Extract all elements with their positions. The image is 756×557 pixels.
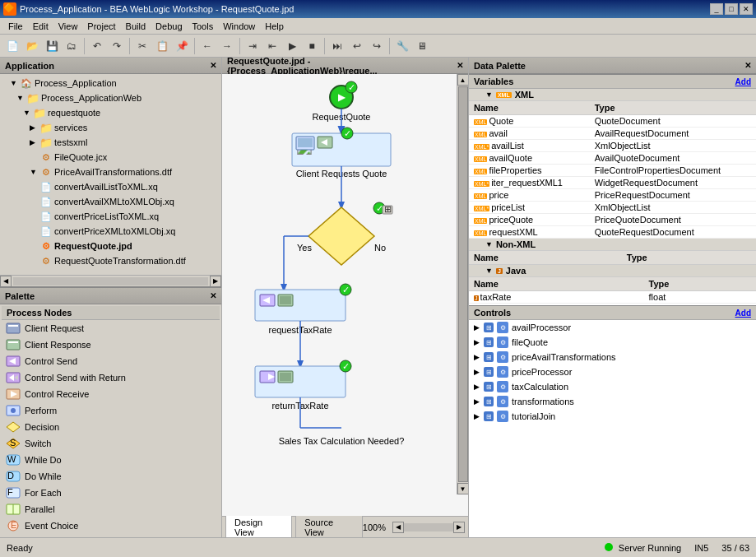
jpd-scroll-left[interactable]: ◀ xyxy=(392,522,404,533)
tree-item-rqjpd[interactable]: ⚙ RequestQuote.jpd xyxy=(2,239,220,253)
palette-item-decision[interactable]: Decision xyxy=(2,419,220,435)
tree-toggle-web[interactable]: ▼ xyxy=(16,94,26,102)
copy-button[interactable]: 📋 xyxy=(153,37,171,55)
jpd-vscroll[interactable]: ▲ ▼ xyxy=(457,74,468,494)
menu-tools[interactable]: Tools xyxy=(188,21,219,32)
redo-button[interactable]: ↷ xyxy=(108,37,126,55)
menu-file[interactable]: File xyxy=(3,21,28,32)
ctrl-expand-icon[interactable]: ▶ xyxy=(474,323,482,332)
controls-item[interactable]: ▶ ⊞ ⚙ fileQuote xyxy=(469,335,756,350)
menu-debug[interactable]: Debug xyxy=(151,21,187,32)
ctrl-expand-icon[interactable]: ▶ xyxy=(474,412,482,420)
menu-window[interactable]: Window xyxy=(218,21,260,32)
palette-item-do-while[interactable]: D Do While xyxy=(2,468,220,485)
tree-item-priceavail[interactable]: ▼ ⚙ PriceAvailTransformations.dtf xyxy=(2,165,220,179)
controls-item[interactable]: ▶ ⊞ ⚙ priceAvailTransformations xyxy=(469,350,756,364)
tree-item-filequote[interactable]: ⚙ FileQuote.jcx xyxy=(2,150,220,165)
save-button[interactable]: 💾 xyxy=(43,37,61,55)
xml-var-row[interactable]: XMLrequestXMLQuoteRequestDocument xyxy=(469,226,756,239)
tree-item-testsxml[interactable]: ▶ 📁 testsxml xyxy=(2,135,220,150)
tree-toggle-root[interactable]: ▼ xyxy=(10,79,20,87)
palette-item-for-each[interactable]: F For Each xyxy=(2,485,220,501)
data-panel-close[interactable]: ✕ xyxy=(744,61,751,70)
step-over[interactable]: ↩ xyxy=(348,37,366,55)
nonxml-expand[interactable]: ▼ xyxy=(485,240,493,248)
server-button[interactable]: 🖥 xyxy=(413,37,431,55)
xml-var-row[interactable]: XMLavailAvailRequestDocument xyxy=(469,128,756,140)
palette-item-client-request[interactable]: Client Request xyxy=(2,320,220,337)
xml-var-row[interactable]: XMLpriceQuotePriceQuoteDocument xyxy=(469,214,756,226)
palette-item-perform[interactable]: Perform xyxy=(2,402,220,419)
step-button[interactable]: ⏭ xyxy=(328,37,346,55)
ctrl-expand-icon[interactable]: ▶ xyxy=(474,383,482,391)
xml-var-row[interactable]: XMLfilePropertiesFileControlPropertiesDo… xyxy=(469,165,756,177)
run-button[interactable]: ▶ xyxy=(283,37,301,55)
java-expand[interactable]: ▼ xyxy=(485,267,493,275)
menu-view[interactable]: View xyxy=(53,21,83,32)
tree-toggle-pa[interactable]: ▼ xyxy=(30,168,39,176)
tree-toggle-rq[interactable]: ▼ xyxy=(23,109,33,117)
forward-button[interactable]: → xyxy=(218,37,236,55)
stop-button[interactable]: ■ xyxy=(303,37,321,55)
cut-button[interactable]: ✂ xyxy=(133,37,151,55)
tree-item-web[interactable]: ▼ 📁 Process_ApplicationWeb xyxy=(2,91,220,105)
controls-item[interactable]: ▶ ⊞ ⚙ taxCalculation xyxy=(469,379,756,394)
palette-item-control-send-return[interactable]: Control Send with Return xyxy=(2,369,220,386)
variables-add-button[interactable]: Add xyxy=(735,77,751,86)
new-button[interactable]: 📄 xyxy=(3,37,21,55)
maximize-button[interactable]: □ xyxy=(725,3,738,15)
xml-var-row[interactable]: XML*iter_requestXML1WidgetRequestDocumen… xyxy=(469,177,756,189)
java-var-row[interactable]: JtaxRatefloat xyxy=(469,291,756,304)
tree-item-conv2[interactable]: 📄 convertAvailXMLtoXMLObj.xq xyxy=(2,194,220,209)
palette-item-switch[interactable]: S Switch xyxy=(2,435,220,452)
save-all-button[interactable]: 🗂 xyxy=(63,37,81,55)
ctrl-expand-icon[interactable]: ▶ xyxy=(474,353,482,361)
xml-expand[interactable]: ▼ xyxy=(485,91,493,99)
vscroll-up[interactable]: ▲ xyxy=(457,74,469,86)
tree-toggle-services[interactable]: ▶ xyxy=(30,123,39,132)
menu-help[interactable]: Help xyxy=(260,21,289,32)
palette-item-parallel[interactable]: Parallel xyxy=(2,501,220,518)
controls-add-button[interactable]: Add xyxy=(735,309,751,318)
ctrl-expand-icon[interactable]: ▶ xyxy=(474,397,482,406)
app-tree[interactable]: ▼ 🏠 Process_Application ▼ 📁 Process_Appl… xyxy=(0,74,221,275)
ctrl-expand-icon[interactable]: ▶ xyxy=(474,338,482,346)
controls-item[interactable]: ▶ ⊞ ⚙ tutorialJoin xyxy=(469,409,756,424)
menu-edit[interactable]: Edit xyxy=(28,21,53,32)
scroll-right[interactable]: ▶ xyxy=(210,276,221,287)
tree-item-requestquote[interactable]: ▼ 📁 requestquote xyxy=(2,105,220,120)
tab-source-view[interactable]: Source View xyxy=(295,515,363,538)
xml-var-row[interactable]: XML*priceListXmlObjectList xyxy=(469,202,756,214)
undo-button[interactable]: ↶ xyxy=(88,37,106,55)
xml-var-row[interactable]: XMLQuoteQuoteDocument xyxy=(469,115,756,128)
open-button[interactable]: 📂 xyxy=(23,37,41,55)
controls-item[interactable]: ▶ ⊞ ⚙ availProcessor xyxy=(469,320,756,335)
palette-item-control-send[interactable]: Control Send xyxy=(2,353,220,369)
palette-close[interactable]: ✕ xyxy=(210,291,216,300)
tree-item-rqtransform[interactable]: ⚙ RequestQuoteTransformation.dtf xyxy=(2,253,220,268)
xml-var-row[interactable]: XMLavailQuoteAvailQuoteDocument xyxy=(469,152,756,165)
scroll-left[interactable]: ◀ xyxy=(0,276,12,287)
back-button[interactable]: ← xyxy=(198,37,216,55)
tree-item-conv3[interactable]: 📄 convertPriceListToXML.xq xyxy=(2,209,220,224)
palette-item-while-do[interactable]: W While Do xyxy=(2,452,220,468)
xml-var-row[interactable]: XML*availListXmlObjectList xyxy=(469,140,756,152)
app-hscroll[interactable]: ◀ ▶ xyxy=(0,275,221,286)
tree-toggle-tests[interactable]: ▶ xyxy=(30,138,39,146)
paste-button[interactable]: 📌 xyxy=(173,37,191,55)
jpd-canvas[interactable]: ▲ ▼ ▶ ✓ RequestQuote xyxy=(222,74,468,516)
indent-button[interactable]: ⇥ xyxy=(243,37,262,55)
tree-item-conv1[interactable]: 📄 convertAvailListToXML.xq xyxy=(2,179,220,194)
palette-item-event-choice[interactable]: E Event Choice xyxy=(2,518,220,534)
outdent-button[interactable]: ⇤ xyxy=(263,37,281,55)
ctrl-expand-icon[interactable]: ▶ xyxy=(474,368,482,376)
controls-item[interactable]: ▶ ⊞ ⚙ transformations xyxy=(469,394,756,409)
jpd-close[interactable]: ✕ xyxy=(457,61,463,70)
step-return[interactable]: ↪ xyxy=(368,37,386,55)
palette-item-control-receive[interactable]: Control Receive xyxy=(2,386,220,402)
close-button[interactable]: ✕ xyxy=(740,3,753,15)
tree-item-services[interactable]: ▶ 📁 services xyxy=(2,120,220,135)
palette-item-client-response[interactable]: Client Response xyxy=(2,337,220,353)
vscroll-thumb[interactable] xyxy=(458,86,468,482)
app-panel-close[interactable]: ✕ xyxy=(210,61,216,70)
